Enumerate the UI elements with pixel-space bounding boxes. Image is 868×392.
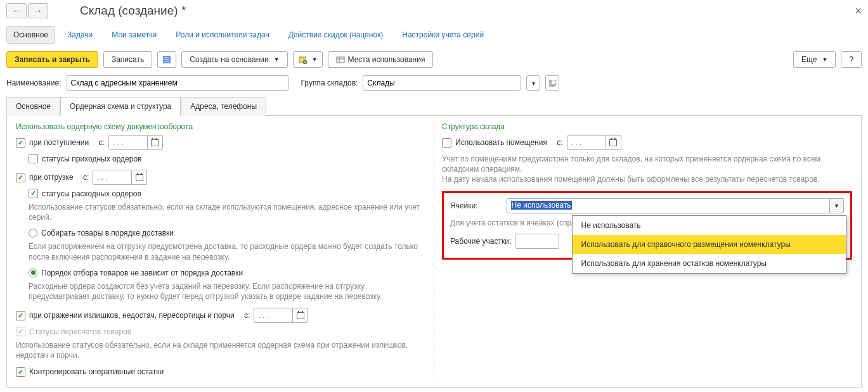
label-from2: с: <box>83 173 89 182</box>
name-label: Наименование: <box>6 79 62 87</box>
note-status-recount: Использование статусов обязательно, если… <box>16 340 426 360</box>
cells-option-none[interactable]: Не использовать <box>573 216 846 235</box>
navtab-roles[interactable]: Роли и исполнители задач <box>169 26 276 44</box>
date-rooms[interactable] <box>567 135 606 150</box>
label-control: Контролировать оперативные остатки <box>29 367 164 376</box>
checkbox-status-out[interactable]: ✓ <box>29 189 38 198</box>
navtab-series[interactable]: Настройки учета серий <box>395 26 491 44</box>
label-from: с: <box>99 138 105 147</box>
date-rooms-picker[interactable] <box>606 135 621 150</box>
svg-rect-10 <box>551 80 556 85</box>
date-receive-picker[interactable] <box>148 135 163 150</box>
group-input[interactable] <box>363 75 521 91</box>
navtab-tasks[interactable]: Задачи <box>60 26 100 44</box>
areas-label: Рабочие участки: <box>450 237 511 246</box>
label-on-ship: при отгрузке <box>29 173 74 182</box>
radio-collect-order[interactable] <box>29 229 37 237</box>
note-status-out: Использование статусов обязательно, если… <box>29 202 426 222</box>
nav-forward-button[interactable]: → <box>28 3 48 18</box>
label-status-recount: Статусы пересчетов товаров <box>29 327 131 336</box>
cells-dropdown-list: Не использовать Использовать для справоч… <box>572 215 846 274</box>
date-ship-picker[interactable] <box>132 170 147 185</box>
name-input[interactable] <box>67 75 288 91</box>
cells-select-value[interactable]: Не использовать <box>507 198 830 213</box>
group-label: Группа складов: <box>301 79 358 87</box>
close-icon[interactable]: × <box>855 4 862 18</box>
areas-input[interactable] <box>515 234 559 249</box>
cells-option-storage[interactable]: Использовать для хранения остатков номен… <box>573 254 846 273</box>
cells-label: Ячейки: <box>450 201 478 210</box>
nav-back-button[interactable]: ← <box>6 3 27 18</box>
more-button[interactable]: Еще▼ <box>793 51 836 68</box>
date-ship[interactable] <box>93 170 132 185</box>
navtab-main[interactable]: Основное <box>6 26 55 44</box>
tab-main[interactable]: Основное <box>6 97 60 116</box>
note-radio2: Расходные ордера создаются без учета зад… <box>29 281 426 301</box>
label-radio2: Порядок отбора товаров не зависит от пор… <box>41 269 243 277</box>
save-button[interactable]: Записать <box>103 51 152 68</box>
label-status-out: статусы расходных ордеров <box>42 189 141 198</box>
group-dropdown-button[interactable]: ▾ <box>526 75 540 91</box>
radio-independent[interactable] <box>29 269 37 277</box>
highlighted-cells-area: Ячейки: Не использовать ▼ Не использоват… <box>442 191 852 260</box>
tab-addresses[interactable]: Адреса, телефоны <box>181 97 266 116</box>
label-surplus: при отражении излишков, недостач, пересо… <box>29 311 235 320</box>
svg-rect-6 <box>337 57 344 63</box>
attach-button[interactable]: ▼ <box>293 51 323 68</box>
label-from3: с: <box>244 311 250 320</box>
checkbox-on-receive[interactable]: ✓ <box>16 138 25 148</box>
structure-title: Структура склада <box>442 122 852 131</box>
cells-option-reference[interactable]: Использовать для справочного размещения … <box>573 235 846 254</box>
date-surplus-picker[interactable] <box>293 308 308 323</box>
navtab-notes[interactable]: Мои заметки <box>105 26 164 44</box>
create-based-button[interactable]: Создать на основании▼ <box>181 51 287 68</box>
label-use-rooms: Использовать помещения <box>455 138 547 147</box>
checkbox-on-ship[interactable]: ✓ <box>16 173 25 182</box>
list-icon-button[interactable] <box>157 51 176 68</box>
navtab-discounts[interactable]: Действие скидок (наценок) <box>282 26 391 44</box>
save-close-button[interactable]: Записать и закрыть <box>6 51 98 68</box>
usage-button[interactable]: Места использования <box>328 51 434 68</box>
label-status-in: статусы приходных ордеров <box>42 155 141 163</box>
svg-point-5 <box>303 60 307 64</box>
label-on-receive: при поступлении <box>29 138 89 147</box>
checkbox-use-rooms[interactable] <box>442 138 451 148</box>
checkbox-status-in[interactable] <box>29 154 38 163</box>
help-button[interactable]: ? <box>841 51 862 68</box>
checkbox-control[interactable]: ✓ <box>16 367 25 377</box>
tab-order-scheme[interactable]: Ордерная схема и структура <box>60 97 181 116</box>
page-title: Склад (создание) * <box>80 4 186 18</box>
group-open-button[interactable] <box>545 75 559 91</box>
checkbox-status-recount: ✓ <box>16 327 25 336</box>
note-rooms: Учет по помещениям предусмотрен только д… <box>442 154 852 185</box>
date-surplus[interactable] <box>254 308 293 323</box>
date-receive[interactable] <box>108 135 148 150</box>
cells-dropdown-button[interactable]: ▼ <box>830 198 844 213</box>
checkbox-surplus[interactable]: ✓ <box>16 311 25 320</box>
label-from-r: с: <box>557 138 562 147</box>
label-radio1: Собирать товары в порядке доставки <box>41 229 174 237</box>
note-radio1: Если распоряжением на отгрузку предусмот… <box>29 241 426 262</box>
order-scheme-title: Использовать ордерную схему документообо… <box>16 122 426 131</box>
